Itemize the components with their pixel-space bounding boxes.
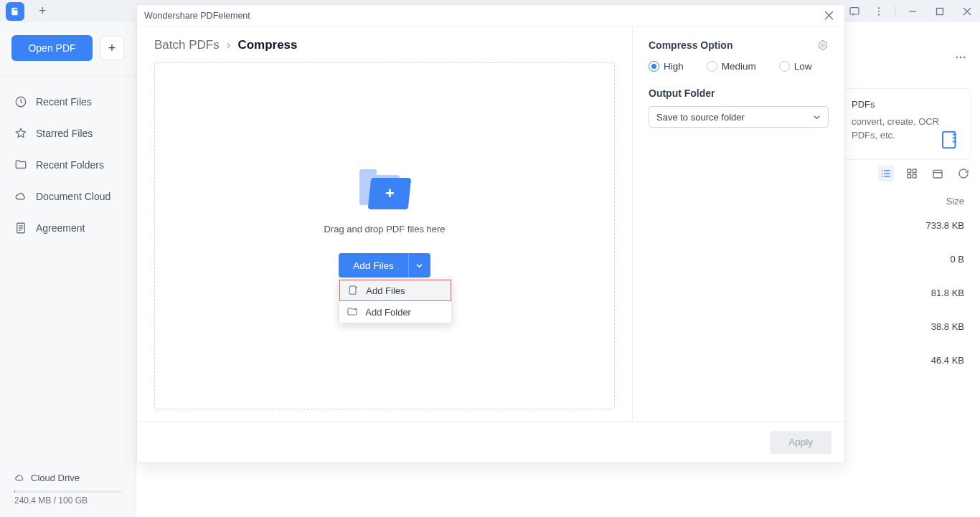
radio-icon xyxy=(779,61,790,72)
add-files-dropdown: Add Files Add Folder xyxy=(339,279,452,323)
breadcrumb-current: Compress xyxy=(237,38,297,52)
radio-high[interactable]: High xyxy=(649,61,684,72)
add-files-button[interactable]: Add Files xyxy=(339,253,408,278)
chevron-down-icon xyxy=(813,113,821,121)
svg-rect-31 xyxy=(913,174,916,178)
storage-text: 240.4 MB / 100 GB xyxy=(10,495,126,506)
content-more-icon[interactable] xyxy=(954,51,967,64)
divider xyxy=(895,6,895,17)
modal-left: Batch PDFs › Compress + Drag and drop PD… xyxy=(137,27,632,421)
svg-rect-32 xyxy=(933,170,942,178)
cloud-label: Cloud Drive xyxy=(31,473,80,483)
quick-card[interactable]: PDFs convert, create, OCR PDFs, etc. xyxy=(842,88,971,160)
file-size: 81.8 KB xyxy=(931,288,964,298)
compress-radio-group: High Medium Low xyxy=(649,61,829,72)
dd-add-files[interactable]: Add Files xyxy=(339,280,451,301)
svg-rect-30 xyxy=(908,174,911,178)
sidebar-bottom: Cloud Drive 240.4 MB / 100 GB xyxy=(0,464,136,517)
modal-close-button[interactable] xyxy=(821,9,836,23)
document-icon xyxy=(14,222,27,234)
list-view-icon[interactable] xyxy=(878,166,894,181)
folder-plus-icon xyxy=(347,306,358,318)
nav-label: Recent Files xyxy=(36,96,92,108)
titlebar-right xyxy=(821,1,980,22)
new-tab-button[interactable]: + xyxy=(33,4,52,19)
dd-label: Add Files xyxy=(366,285,405,296)
folder-icon xyxy=(14,158,27,171)
calendar-view-icon[interactable] xyxy=(930,166,946,181)
maximize-button[interactable] xyxy=(927,1,953,22)
output-folder-label: Output Folder xyxy=(649,87,829,99)
file-size: 733.8 KB xyxy=(926,220,965,231)
chevron-down-icon xyxy=(415,262,423,270)
grid-view-icon[interactable] xyxy=(904,166,920,181)
svg-point-38 xyxy=(821,44,824,47)
nav-recent-folders[interactable]: Recent Folders xyxy=(6,151,130,179)
svg-point-17 xyxy=(963,57,966,59)
svg-rect-28 xyxy=(908,169,911,173)
size-header: Size xyxy=(946,196,964,207)
svg-rect-0 xyxy=(11,7,17,15)
svg-rect-29 xyxy=(913,169,916,173)
modal-footer: Apply xyxy=(137,421,844,463)
cloud-drive-row[interactable]: Cloud Drive xyxy=(10,470,126,486)
add-files-split-button: Add Files Add Files Add Folder xyxy=(339,253,430,278)
output-folder-value: Save to source folder xyxy=(656,112,745,123)
nav-document-cloud[interactable]: Document Cloud xyxy=(6,182,130,211)
titlebar-left: + xyxy=(6,2,52,21)
nav-label: Document Cloud xyxy=(36,191,110,202)
nav-starred-files[interactable]: Starred Files xyxy=(6,119,130,148)
compress-option-label: Compress Option xyxy=(649,39,732,51)
close-button[interactable] xyxy=(954,1,980,22)
batch-compress-modal: Wondershare PDFelement Batch PDFs › Comp… xyxy=(136,4,845,463)
svg-point-5 xyxy=(878,14,880,15)
nav-label: Starred Files xyxy=(36,128,93,139)
refresh-icon[interactable] xyxy=(956,166,971,181)
radio-label: Medium xyxy=(722,61,756,72)
nav-label: Recent Folders xyxy=(36,159,104,171)
modal-titlebar: Wondershare PDFelement xyxy=(137,5,844,27)
breadcrumb: Batch PDFs › Compress xyxy=(154,38,615,52)
file-size: 46.4 KB xyxy=(931,355,964,366)
chat-icon[interactable] xyxy=(843,1,866,22)
radio-medium[interactable]: Medium xyxy=(707,61,756,72)
radio-low[interactable]: Low xyxy=(779,61,812,72)
output-folder-select[interactable]: Save to source folder xyxy=(649,106,829,128)
nav-agreement[interactable]: Agreement xyxy=(6,214,130,242)
cloud-icon xyxy=(14,473,25,483)
divider xyxy=(0,75,136,76)
sidebar: Open PDF + Recent Files Starred Files Re… xyxy=(0,22,136,517)
file-plus-icon xyxy=(347,285,359,296)
svg-point-15 xyxy=(956,57,958,59)
folder-plus-icon: + xyxy=(359,171,410,211)
gear-icon[interactable] xyxy=(817,39,829,51)
svg-rect-36 xyxy=(350,286,357,294)
dropzone[interactable]: + Drag and drop PDF files here Add Files… xyxy=(154,62,615,409)
storage-bar xyxy=(14,490,121,493)
file-size: 38.8 KB xyxy=(931,321,964,332)
apply-button[interactable]: Apply xyxy=(770,431,831,454)
page-icon xyxy=(938,129,962,151)
nav-recent-files[interactable]: Recent Files xyxy=(6,87,130,116)
app-logo[interactable] xyxy=(6,2,24,21)
plus-button[interactable]: + xyxy=(100,36,124,60)
svg-point-3 xyxy=(878,7,880,9)
more-icon[interactable] xyxy=(867,1,890,22)
clock-icon xyxy=(14,95,27,108)
chevron-right-icon: › xyxy=(227,38,231,52)
radio-icon xyxy=(649,61,659,72)
file-size: 0 B xyxy=(950,254,964,265)
size-column: 733.8 KB 0 B 81.8 KB 38.8 KB 46.4 KB xyxy=(926,220,965,366)
nav-list: Recent Files Starred Files Recent Folder… xyxy=(0,85,136,245)
card-title: PDFs xyxy=(852,98,962,112)
dd-add-folder[interactable]: Add Folder xyxy=(339,301,451,323)
modal-title-text: Wondershare PDFelement xyxy=(144,11,250,21)
radio-label: Low xyxy=(794,61,812,72)
breadcrumb-batch[interactable]: Batch PDFs xyxy=(154,38,220,52)
open-pdf-button[interactable]: Open PDF xyxy=(11,35,93,61)
dd-label: Add Folder xyxy=(365,307,411,318)
cloud-icon xyxy=(14,190,27,203)
view-toggle xyxy=(878,166,971,181)
add-files-dropdown-toggle[interactable] xyxy=(409,253,430,278)
minimize-button[interactable] xyxy=(900,1,925,22)
